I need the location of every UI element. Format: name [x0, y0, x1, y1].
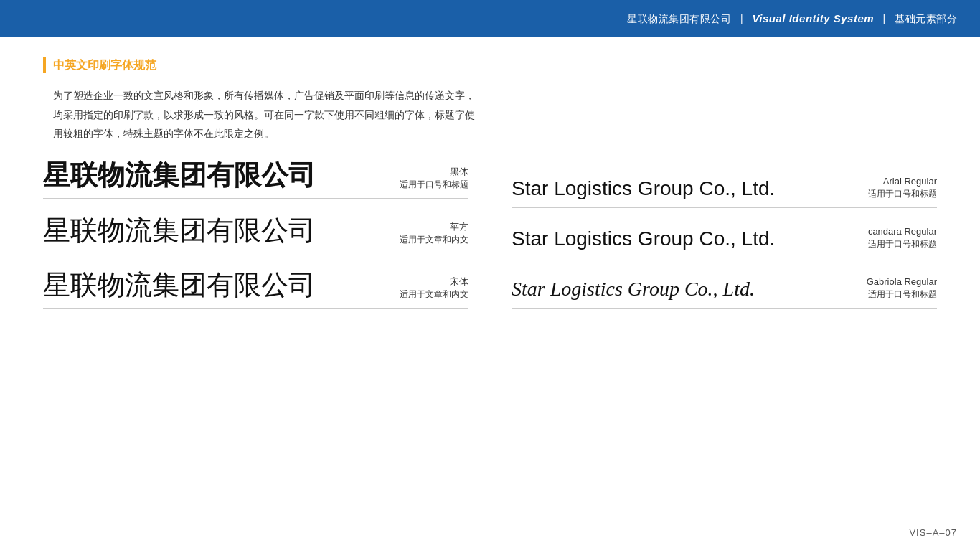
font-usage-pingfang: 适用于文章和内文 — [400, 234, 468, 246]
footer-code: VIS–A–07 — [909, 527, 957, 538]
font-entry-song: 星联物流集团有限公司 宋体 适用于文章和内文 — [43, 270, 468, 309]
font-name-hei: 黑体 — [400, 166, 468, 179]
divider-pingfang — [43, 253, 468, 253]
font-entry-pingfang: 星联物流集团有限公司 苹方 适用于文章和内文 — [43, 216, 468, 254]
main-content: 中英文印刷字体规范 为了塑造企业一致的文宣风格和形象，所有传播媒体，广告促销及平… — [0, 37, 980, 340]
eng-font-usage-arial: 适用于口号和标题 — [868, 188, 937, 200]
font-name-pingfang: 苹方 — [400, 220, 468, 233]
eng-font-name-candara: candara Regular — [868, 225, 937, 238]
right-column: Star Logistics Group Co., Ltd. Arial Reg… — [490, 161, 937, 326]
font-usage-hei: 适用于口号和标题 — [400, 179, 468, 191]
font-demo-pingfang: 星联物流集团有限公司 — [43, 216, 316, 246]
header-vis-label: Visual Identity System — [752, 12, 874, 24]
description-text: 为了塑造企业一致的文宣风格和形象，所有传播媒体，广告促销及平面印刷等信息的传递文… — [53, 86, 937, 143]
font-entry-hei-inner: 星联物流集团有限公司 黑体 适用于口号和标题 — [43, 161, 468, 198]
font-showcase: 星联物流集团有限公司 黑体 适用于口号和标题 星联物流集团有限公司 苹方 适用于… — [43, 161, 937, 326]
eng-font-demo-arial: Star Logistics Group Co., Ltd. — [512, 177, 775, 200]
eng-font-entry-gabriola: Star Logistics Group Co., Ltd. Gabriola … — [512, 276, 937, 309]
divider-song — [43, 308, 468, 309]
eng-font-entry-candara-inner: Star Logistics Group Co., Ltd. candara R… — [512, 225, 937, 258]
header-company-cn: 星联物流集团有限公司 — [627, 13, 731, 24]
font-entry-pingfang-inner: 星联物流集团有限公司 苹方 适用于文章和内文 — [43, 216, 468, 253]
eng-font-label-candara: candara Regular 适用于口号和标题 — [868, 225, 937, 250]
eng-font-entry-gabriola-inner: Star Logistics Group Co., Ltd. Gabriola … — [512, 276, 937, 308]
eng-font-usage-candara: 适用于口号和标题 — [868, 238, 937, 250]
eng-font-usage-gabriola: 适用于口号和标题 — [867, 288, 937, 301]
font-name-song: 宋体 — [400, 276, 468, 288]
font-label-pingfang: 苹方 适用于文章和内文 — [400, 220, 468, 245]
left-column: 星联物流集团有限公司 黑体 适用于口号和标题 星联物流集团有限公司 苹方 适用于… — [43, 161, 490, 326]
section-title-block: 中英文印刷字体规范 — [43, 57, 937, 73]
eng-font-label-arial: Arial Regular 适用于口号和标题 — [868, 175, 937, 200]
header-section-cn: 基础元素部分 — [895, 13, 957, 24]
yellow-accent-bar — [43, 57, 46, 73]
font-label-hei: 黑体 适用于口号和标题 — [400, 166, 468, 191]
header-separator1: | — [740, 13, 743, 24]
eng-font-entry-arial: Star Logistics Group Co., Ltd. Arial Reg… — [512, 175, 937, 208]
font-demo-hei: 星联物流集团有限公司 — [43, 161, 316, 191]
divider-gabriola — [512, 308, 937, 309]
eng-font-entry-arial-inner: Star Logistics Group Co., Ltd. Arial Reg… — [512, 175, 937, 207]
divider-arial — [512, 207, 937, 208]
eng-font-demo-candara: Star Logistics Group Co., Ltd. — [512, 227, 775, 250]
description-block: 为了塑造企业一致的文宣风格和形象，所有传播媒体，广告促销及平面印刷等信息的传递文… — [53, 86, 937, 143]
footer: VIS–A–07 — [909, 527, 957, 538]
header-separator2: | — [882, 13, 885, 24]
header-text: 星联物流集团有限公司 | Visual Identity System | 基础… — [627, 12, 957, 26]
font-demo-song: 星联物流集团有限公司 — [43, 270, 316, 301]
eng-font-demo-gabriola: Star Logistics Group Co., Ltd. — [512, 278, 755, 301]
header-bar: 星联物流集团有限公司 | Visual Identity System | 基础… — [0, 0, 980, 37]
eng-font-label-gabriola: Gabriola Regular 适用于口号和标题 — [867, 276, 937, 301]
divider-candara — [512, 258, 937, 258]
font-entry-hei: 星联物流集团有限公司 黑体 适用于口号和标题 — [43, 161, 468, 199]
divider-hei — [43, 198, 468, 199]
font-usage-song: 适用于文章和内文 — [400, 288, 468, 301]
font-entry-song-inner: 星联物流集团有限公司 宋体 适用于文章和内文 — [43, 270, 468, 308]
eng-font-entry-candara: Star Logistics Group Co., Ltd. candara R… — [512, 225, 937, 258]
eng-font-name-arial: Arial Regular — [868, 175, 937, 188]
eng-font-name-gabriola: Gabriola Regular — [867, 276, 937, 288]
section-title: 中英文印刷字体规范 — [53, 58, 156, 73]
font-label-song: 宋体 适用于文章和内文 — [400, 276, 468, 301]
